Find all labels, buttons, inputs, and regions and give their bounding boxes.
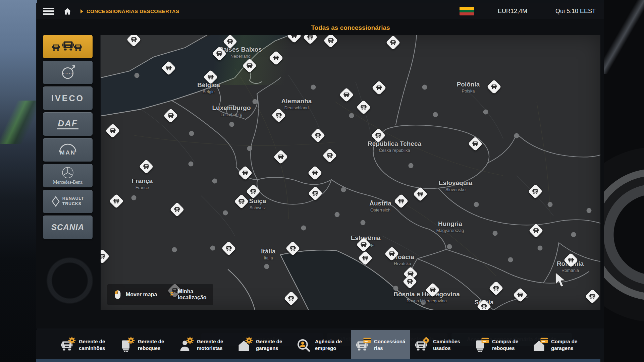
city-dot (474, 202, 479, 207)
city-dot (189, 131, 194, 136)
garage-gear-icon (237, 337, 252, 353)
trailer-gear-icon (119, 337, 134, 353)
tab-driver-manager[interactable]: Gerente demotoristas (174, 330, 233, 359)
city-dot (212, 179, 217, 184)
svg-text:MAN: MAN (60, 149, 75, 156)
garage-card-icon (532, 337, 547, 353)
tab-label: Gerente decaminhões (79, 338, 105, 351)
city-dot (422, 85, 427, 90)
brand-button-volvo[interactable]: VOLVO (43, 61, 93, 84)
background-scene-left (0, 0, 37, 362)
city-dot (341, 187, 346, 192)
tab-label: Gerente demotoristas (197, 338, 223, 351)
brand-button-iveco[interactable]: IVECO (43, 86, 93, 110)
brand-button-renault-trucks[interactable]: RENAULTTRUCKS (43, 190, 93, 213)
city-dot (433, 112, 438, 117)
daf-logo: DAF (57, 119, 78, 129)
tab-used-trucks[interactable]: Caminhõesusados (410, 330, 469, 359)
europe-dealer-map[interactable]: Mover mapa F Minhalocalização Países Bai… (101, 35, 600, 310)
background-scene-right (604, 0, 644, 362)
city-dot (548, 202, 553, 207)
tab-garage-manager[interactable]: Gerente degaragens (233, 330, 292, 359)
dealers-panel: Todas as concessionárias VOLVOIVECODAFMA… (36, 19, 604, 328)
city-dot (493, 231, 498, 236)
game-time: Qui 5:10 EEST (555, 3, 596, 19)
city-dot (361, 220, 366, 225)
brand-button-man[interactable]: MAN (43, 138, 93, 162)
driver-gear-icon (178, 337, 193, 353)
tab-employment-agency[interactable]: Agência deemprego (292, 330, 351, 359)
renault-trucks-logo: RENAULTTRUCKS (52, 196, 84, 207)
brand-button-all-brands[interactable] (43, 35, 93, 58)
city-dot (421, 300, 426, 305)
city-dot (223, 210, 228, 216)
trailer-card-icon (473, 337, 488, 353)
tab-label: Compra dereboques (492, 338, 518, 351)
breadcrumb: CONCESSIONÁRIAS DESCOBERTAS (87, 8, 179, 14)
city-dot (131, 195, 137, 200)
tab-label: Gerente degaragens (256, 338, 282, 351)
my-location-hint: Minhalocalização (178, 289, 206, 301)
map-controls-hint: Mover mapa F Minhalocalização (107, 284, 213, 305)
move-map-hint: Mover mapa (126, 292, 157, 298)
city-dot (135, 73, 140, 78)
tab-label: Agência deemprego (315, 338, 342, 351)
dealer-icon (355, 337, 370, 353)
city-dot (571, 232, 576, 237)
truck-gear-icon (60, 337, 75, 353)
employment-icon (296, 337, 311, 353)
mouse-icon (114, 290, 121, 300)
city-dot (393, 286, 398, 291)
city-dot (253, 99, 258, 104)
lithuania-flag-icon (460, 7, 474, 15)
city-dot (514, 133, 519, 138)
city-dot (210, 246, 215, 251)
tab-label: Compra degaragens (551, 338, 577, 351)
city-dot (538, 246, 543, 251)
city-dot (508, 257, 513, 262)
map-geography (101, 35, 600, 310)
brand-button-daf[interactable]: DAF (43, 112, 93, 136)
city-dot (247, 146, 252, 151)
breadcrumb-chevron-icon (80, 9, 83, 13)
city-dot (264, 264, 269, 269)
tab-truck-manager[interactable]: Gerente decaminhões (56, 330, 115, 359)
brand-button-mercedes-benz[interactable]: Mercedes-Benz (43, 164, 93, 187)
all-trucks-icon (52, 39, 84, 55)
management-tab-bar: Gerente decaminhõesGerente dereboquesGer… (36, 330, 600, 359)
money-balance: EUR12,4M (498, 3, 527, 19)
renault-wordmark: RENAULTTRUCKS (62, 196, 84, 206)
city-dot (229, 122, 234, 127)
city-dot (189, 162, 194, 167)
iveco-logo: IVECO (51, 94, 84, 103)
home-icon[interactable] (63, 7, 72, 15)
city-dot (483, 110, 488, 115)
tab-garage-purchase[interactable]: Compra degaragens (528, 330, 587, 359)
tab-label: Gerente dereboques (138, 338, 164, 351)
scania-logo: SCANIA (51, 223, 84, 232)
volvo-logo: VOLVO (59, 64, 76, 81)
menu-icon[interactable] (43, 8, 54, 15)
background-scene-bottom (36, 359, 600, 362)
ets2-dealers-screen: CONCESSIONÁRIAS DESCOBERTAS EUR12,4M Qui… (0, 0, 644, 362)
city-dot (311, 85, 316, 90)
brand-button-scania[interactable]: SCANIA (43, 216, 93, 239)
top-bar: CONCESSIONÁRIAS DESCOBERTAS EUR12,4M Qui… (36, 3, 604, 19)
city-dot (301, 226, 306, 231)
city-dot (335, 212, 340, 217)
man-logo: MAN (55, 143, 80, 157)
tab-dealers[interactable]: Concessionárias (351, 330, 410, 359)
city-dot (587, 208, 592, 213)
mercedes-wordmark: Mercedes-Benz (53, 180, 83, 185)
brand-filter-sidebar: VOLVOIVECODAFMANMercedes-BenzRENAULTTRUC… (43, 35, 93, 239)
f-key-hint: F (170, 292, 173, 298)
tab-trailer-manager[interactable]: Gerente dereboques (115, 330, 174, 359)
city-dot (409, 163, 414, 168)
city-dot (172, 247, 177, 252)
svg-text:VOLVO: VOLVO (63, 72, 73, 74)
tab-label: Caminhõesusados (433, 338, 460, 351)
tab-label: Concessionárias (374, 338, 405, 351)
tab-trailer-purchase[interactable]: Compra dereboques (469, 330, 528, 359)
city-dot (349, 113, 354, 118)
city-dot (447, 244, 452, 249)
